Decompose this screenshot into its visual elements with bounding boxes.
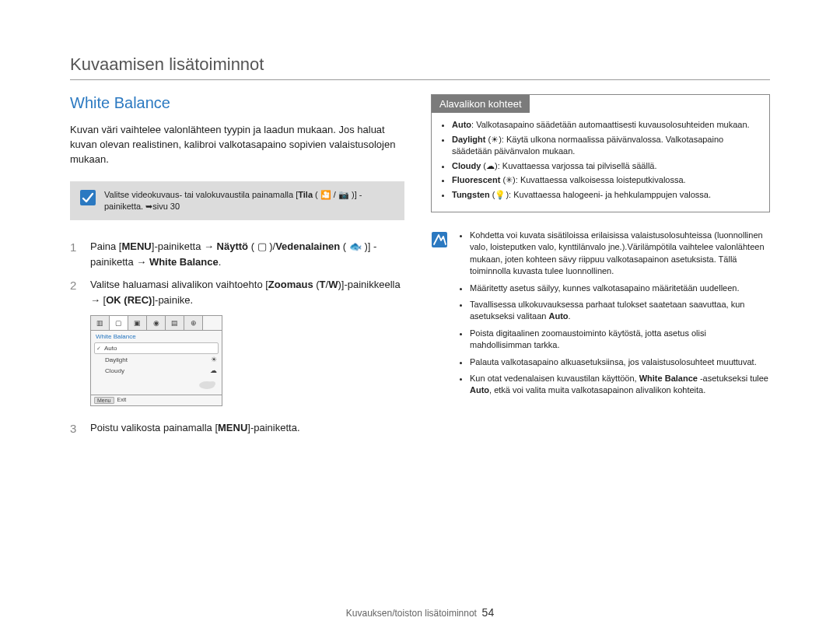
step-number: 2 xyxy=(70,277,81,307)
info-item: Kohdetta voi kuvata sisätiloissa erilais… xyxy=(470,230,770,278)
page-divider xyxy=(70,79,770,80)
figure-tab: ▤ xyxy=(166,316,184,330)
submenu-box: Alavalikon kohteet Auto: Valkotasapaino … xyxy=(431,94,770,212)
figure-tabs: ▥ ▢ ▣ ◉ ▤ ⊕ xyxy=(91,316,222,331)
step-body: Poistu valikosta painamalla [MENU]-paini… xyxy=(90,420,404,438)
content-columns: White Balance Kuvan väri vaihtelee valon… xyxy=(70,94,770,583)
info-item: Määritetty asetus säilyy, kunnes valkota… xyxy=(470,282,770,294)
info-item: Tavallisessa ulkokuvauksessa parhaat tul… xyxy=(470,299,770,323)
figure-item-label: Daylight xyxy=(105,356,128,363)
page-title: Kuvaamisen lisätoiminnot xyxy=(70,54,770,75)
footer-page-number: 54 xyxy=(482,606,495,619)
cloud-icon xyxy=(210,367,217,374)
step-3: 3 Poistu valikosta painamalla [MENU]-pai… xyxy=(70,420,404,438)
step-1: 1 Paina [MENU]-painiketta → Näyttö ( ▢ )… xyxy=(70,239,404,269)
footer-section: Kuvauksen/toiston lisätoiminnot xyxy=(346,608,477,619)
figure-tab: ⊕ xyxy=(184,316,203,330)
info-icon xyxy=(431,231,448,251)
submenu-item: Fluorescent (✳): Kuvattaessa valkoisessa… xyxy=(452,174,760,186)
svg-point-2 xyxy=(209,381,215,386)
submenu-list: Auto: Valkotasapaino säädetään automaatt… xyxy=(432,113,769,212)
step-number: 1 xyxy=(70,239,81,269)
submenu-item: Daylight (☀): Käytä ulkona normaalissa p… xyxy=(452,134,760,157)
info-box: Kohdetta voi kuvata sisätiloissa erilais… xyxy=(431,230,770,402)
right-column: Alavalikon kohteet Auto: Valkotasapaino … xyxy=(431,94,770,583)
sea-creature-icon xyxy=(195,376,219,391)
figure-title: White Balance xyxy=(91,331,222,342)
submenu-item: Auto: Valkotasapaino säädetään automaatt… xyxy=(452,119,760,131)
figure-tab-active: ▢ xyxy=(110,316,128,330)
steps-list: 1 Paina [MENU]-painiketta → Näyttö ( ▢ )… xyxy=(70,239,404,307)
svg-rect-0 xyxy=(80,190,96,205)
figure-tab: ▣ xyxy=(128,316,147,330)
note-icon xyxy=(79,189,96,209)
step-2: 2 Valitse haluamasi alivalikon vaihtoeht… xyxy=(70,277,404,307)
steps-list-cont: 3 Poistu valikosta painamalla [MENU]-pai… xyxy=(70,420,404,438)
menu-figure: ▥ ▢ ▣ ◉ ▤ ⊕ White Balance Auto Daylight xyxy=(90,315,222,406)
info-item: Poista digitaalinen zoomaustoiminto käyt… xyxy=(470,328,770,352)
figure-tab: ◉ xyxy=(147,316,166,330)
note-box: Valitse videokuvaus- tai valokuvaustila … xyxy=(70,181,404,221)
note-text: Valitse videokuvaus- tai valokuvaustila … xyxy=(104,189,395,213)
figure-body: Auto Daylight Cloudy xyxy=(91,342,222,395)
check-icon xyxy=(96,345,101,352)
info-item: Kun otat vedenalaisen kuvaustilan käyttö… xyxy=(470,373,770,397)
step-body: Paina [MENU]-painiketta → Näyttö ( ▢ )/V… xyxy=(90,239,404,269)
figure-item-auto: Auto xyxy=(94,342,219,354)
figure-menu-btn: Menu xyxy=(94,397,114,404)
figure-item-label: Cloudy xyxy=(105,367,124,374)
page-footer: Kuvauksen/toiston lisätoiminnot 54 xyxy=(70,583,770,619)
info-item: Palauta valkotasapaino alkuasetuksiinsa,… xyxy=(470,356,770,368)
submenu-header: Alavalikon kohteet xyxy=(432,95,530,113)
figure-item-label: Auto xyxy=(104,345,117,352)
info-list: Kohdetta voi kuvata sisätiloissa erilais… xyxy=(470,230,770,402)
figure-tab: ▥ xyxy=(91,316,110,330)
intro-text: Kuvan väri vaihtelee valonlähteen tyypin… xyxy=(70,123,404,167)
step-number: 3 xyxy=(70,420,81,438)
figure-item-daylight: Daylight xyxy=(94,354,219,365)
figure-item-cloudy: Cloudy xyxy=(94,365,219,376)
section-heading: White Balance xyxy=(70,94,404,112)
step-body: Valitse haluamasi alivalikon vaihtoehto … xyxy=(90,277,404,307)
figure-bottom-bar: Menu Exit xyxy=(91,395,222,405)
left-column: White Balance Kuvan väri vaihtelee valon… xyxy=(70,94,404,583)
submenu-item: Tungsten (💡): Kuvattaessa halogeeni- ja … xyxy=(452,189,760,201)
submenu-item: Cloudy (☁): Kuvattaessa varjossa tai pil… xyxy=(452,160,760,172)
sun-icon xyxy=(211,356,217,363)
figure-exit-label: Exit xyxy=(117,397,127,404)
